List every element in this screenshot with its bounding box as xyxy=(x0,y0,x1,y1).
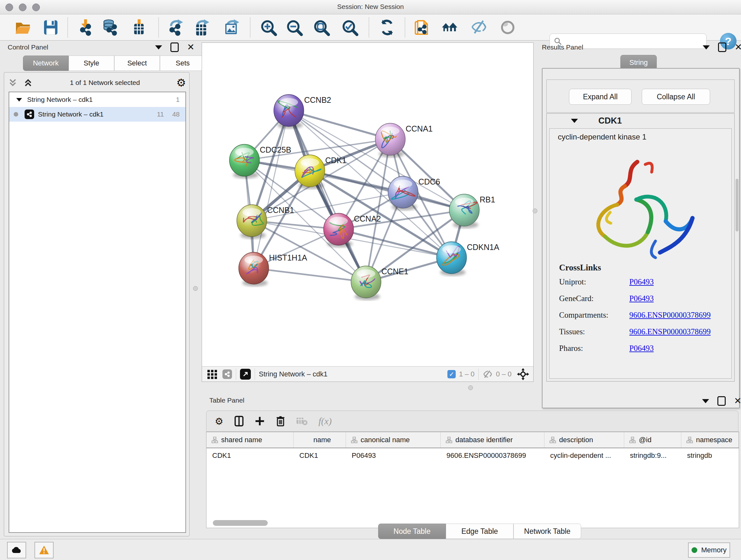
tab-network-table[interactable]: Network Table xyxy=(514,523,581,539)
tab-style[interactable]: Style xyxy=(69,56,114,71)
node-label: CDKN1A xyxy=(467,243,499,252)
pharos-link[interactable]: P06493 xyxy=(629,344,654,353)
gene-symbol: CDK1 xyxy=(598,116,622,126)
tab-edge-table[interactable]: Edge Table xyxy=(446,523,514,539)
import-network-database-icon[interactable] xyxy=(102,19,119,36)
gene-collapse-icon[interactable] xyxy=(571,119,578,123)
create-column-icon[interactable] xyxy=(255,416,265,426)
network-overview-icon[interactable] xyxy=(222,369,232,379)
column-header[interactable]: canonical name xyxy=(346,432,441,448)
apply-layout-icon[interactable] xyxy=(379,19,396,36)
panel-close-icon[interactable]: ✕ xyxy=(735,44,741,51)
table-cell[interactable]: stringdb:9... xyxy=(624,448,681,463)
collapse-all-icon[interactable] xyxy=(7,77,18,88)
export-network-icon[interactable] xyxy=(167,19,185,36)
results-scrollbar[interactable] xyxy=(736,179,738,232)
tab-select[interactable]: Select xyxy=(114,56,160,71)
network-options-gear-icon[interactable]: ⚙ xyxy=(177,76,186,89)
table-cell[interactable]: stringdb xyxy=(681,448,739,463)
expand-all-icon[interactable] xyxy=(23,77,33,88)
hide-details-eye-icon[interactable] xyxy=(471,19,488,36)
import-network-icon[interactable] xyxy=(76,19,93,36)
column-header[interactable]: name xyxy=(293,432,346,448)
compartments-link[interactable]: 9606.ENSP00000378699 xyxy=(629,311,711,320)
table-cell[interactable]: CDK1 xyxy=(293,448,346,463)
table-panel: Table Panel ✕ ⚙ xyxy=(202,392,741,539)
control-panel-title: Control Panel xyxy=(8,44,48,51)
cloud-button[interactable] xyxy=(7,542,26,558)
string-import-icon[interactable] xyxy=(414,19,431,36)
toolbar-separator xyxy=(405,17,405,37)
collapse-all-button[interactable]: Collapse All xyxy=(642,89,710,105)
tissues-link[interactable]: 9606.ENSP00000378699 xyxy=(629,327,711,336)
column-header[interactable]: shared name xyxy=(206,432,293,448)
toolbar-separator xyxy=(250,17,251,37)
tab-network[interactable]: Network xyxy=(23,56,69,71)
node-label: CCNB1 xyxy=(267,206,294,214)
node-table[interactable]: shared namenamecanonical namedatabase id… xyxy=(206,432,739,528)
zoom-fit-icon[interactable] xyxy=(313,19,330,36)
panel-menu-icon[interactable] xyxy=(703,45,710,50)
column-header[interactable]: description xyxy=(544,432,624,448)
panel-float-icon[interactable] xyxy=(718,396,726,406)
node-label: CCNE1 xyxy=(381,267,408,276)
column-header[interactable]: namespace xyxy=(681,432,739,448)
pan-crosshair-icon[interactable] xyxy=(517,368,529,381)
home-pages-icon[interactable] xyxy=(441,19,458,36)
panel-menu-icon[interactable] xyxy=(702,399,709,403)
detach-view-icon[interactable] xyxy=(240,369,251,380)
genecard-link[interactable]: P06493 xyxy=(629,294,654,303)
table-cell[interactable]: cyclin-dependent ... xyxy=(544,448,624,463)
bottom-splitter-handle[interactable] xyxy=(468,385,473,390)
collection-expand-icon[interactable] xyxy=(16,98,22,102)
zoom-in-icon[interactable] xyxy=(260,19,277,36)
column-header[interactable]: database identifier xyxy=(441,432,544,448)
network-collection-row[interactable]: String Network – cdk1 1 xyxy=(9,92,185,107)
network-canvas[interactable]: CCNB2CCNA1CDC25BCDK1CDC6RB1CCNB1CCNA2CDK… xyxy=(202,43,533,366)
export-image-icon[interactable] xyxy=(223,19,241,36)
save-session-icon[interactable] xyxy=(42,19,59,36)
column-header[interactable]: @id xyxy=(624,432,681,448)
tab-sets[interactable]: Sets xyxy=(160,56,205,71)
left-splitter-handle[interactable] xyxy=(193,286,198,291)
window-title: Session: New Session xyxy=(0,3,741,10)
panel-float-icon[interactable] xyxy=(171,43,179,52)
tab-node-table[interactable]: Node Table xyxy=(378,523,446,539)
zoom-out-icon[interactable] xyxy=(286,19,303,36)
table-horizontal-scrollbar[interactable] xyxy=(213,520,268,526)
expand-all-button[interactable]: Expand All xyxy=(569,89,631,105)
table-cell[interactable]: P06493 xyxy=(346,448,441,463)
toolbar-separator xyxy=(368,17,369,37)
table-header-row: shared namenamecanonical namedatabase id… xyxy=(206,432,739,448)
table-options-gear-icon[interactable]: ⚙ xyxy=(215,416,223,427)
network-row-selected[interactable]: String Network – cdk1 11 48 xyxy=(9,107,185,122)
crosslink-row: Tissues: 9606.ENSP00000378699 xyxy=(559,327,585,336)
network-node-count: 11 xyxy=(157,111,164,118)
uniprot-link[interactable]: P06493 xyxy=(629,277,654,287)
network-tab-content: 1 of 1 Network selected ⚙ String Network… xyxy=(4,72,190,537)
node-label: HIST1H1A xyxy=(269,253,307,262)
zoom-selected-icon[interactable] xyxy=(341,19,358,36)
show-columns-icon[interactable] xyxy=(234,416,244,427)
node-label: CDC25B xyxy=(260,145,291,154)
birds-eye-grid-icon[interactable] xyxy=(206,368,218,380)
table-row[interactable]: CDK1CDK1P064939606.ENSP00000378699cyclin… xyxy=(206,448,739,463)
warning-icon xyxy=(39,545,49,555)
panel-float-icon[interactable] xyxy=(718,43,726,52)
memory-button[interactable]: Memory xyxy=(688,543,730,558)
panel-menu-icon[interactable] xyxy=(155,45,162,50)
open-session-icon[interactable] xyxy=(14,19,31,36)
import-table-icon[interactable] xyxy=(130,19,147,36)
show-details-eye-icon[interactable] xyxy=(499,19,516,36)
delete-column-icon[interactable] xyxy=(276,416,285,427)
network-view-title: String Network – cdk1 xyxy=(259,370,327,378)
export-table-icon[interactable] xyxy=(193,19,211,36)
protein-structure-image xyxy=(572,145,706,273)
panel-close-icon[interactable]: ✕ xyxy=(734,397,741,405)
selected-checkbox-icon[interactable]: ✓ xyxy=(448,370,456,378)
network-view[interactable]: CCNB2CCNA1CDC25BCDK1CDC6RB1CCNB1CCNA2CDK… xyxy=(202,43,534,382)
warnings-button[interactable] xyxy=(35,542,54,558)
panel-close-icon[interactable]: ✕ xyxy=(187,44,194,51)
table-cell[interactable]: CDK1 xyxy=(206,448,293,463)
table-cell[interactable]: 9606.ENSP00000378699 xyxy=(441,448,544,463)
